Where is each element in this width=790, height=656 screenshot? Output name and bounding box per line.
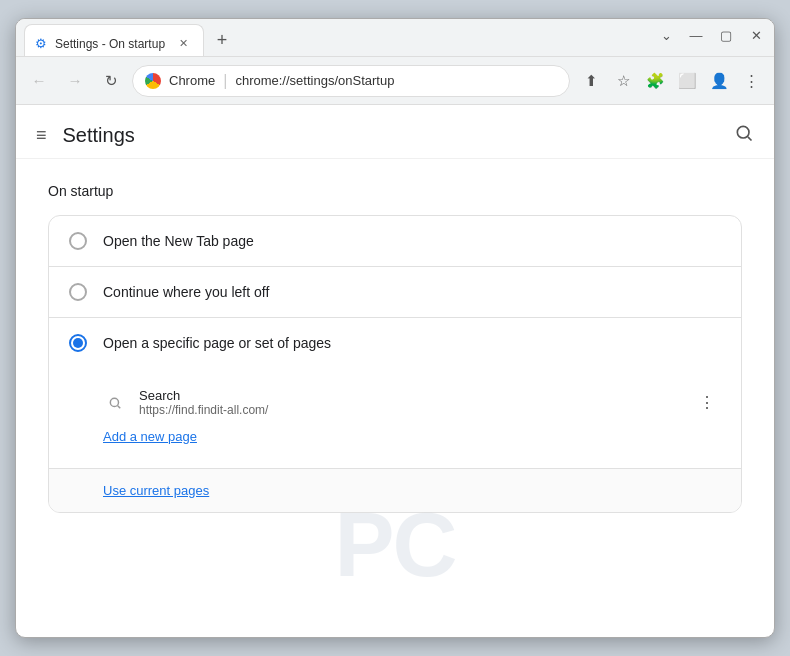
radio-new-tab[interactable] <box>69 232 87 250</box>
sidebar-icon: ⬜ <box>678 72 697 90</box>
option-specific[interactable]: Open a specific page or set of pages <box>49 318 741 368</box>
sidebar-button[interactable]: ⬜ <box>672 66 702 96</box>
page-more-button[interactable]: ⋮ <box>693 389 721 417</box>
toolbar-right: ⬆ ☆ 🧩 ⬜ 👤 ⋮ <box>576 66 766 96</box>
section-title: On startup <box>48 183 742 199</box>
back-button[interactable]: ← <box>24 66 54 96</box>
option-new-tab-label: Open the New Tab page <box>103 233 254 249</box>
active-tab[interactable]: ⚙ Settings - On startup ✕ <box>24 24 204 56</box>
tab-label: Settings - On startup <box>55 37 165 51</box>
svg-point-2 <box>110 398 118 406</box>
option-continue[interactable]: Continue where you left off <box>49 267 741 317</box>
profile-button[interactable]: 👤 <box>704 66 734 96</box>
chrome-logo <box>145 73 161 89</box>
page-title: Settings <box>63 124 135 147</box>
maximize-button[interactable]: ▢ <box>718 27 734 43</box>
collapse-button[interactable]: ⌄ <box>658 27 674 43</box>
startup-pages-section: Search https://find.findit-all.com/ ⋮ Ad… <box>49 368 741 468</box>
option-continue-label: Continue where you left off <box>103 284 269 300</box>
settings-search-button[interactable] <box>734 123 754 148</box>
settings-header: ≡ Settings <box>16 105 774 159</box>
use-current-section: Use current pages <box>49 468 741 512</box>
forward-icon: → <box>68 72 83 89</box>
tab-favicon: ⚙ <box>35 36 47 51</box>
page-info: Search https://find.findit-all.com/ <box>139 388 681 417</box>
tab-close-button[interactable]: ✕ <box>175 36 191 52</box>
page-search-icon <box>103 391 127 415</box>
reload-button[interactable]: ↻ <box>96 66 126 96</box>
radio-continue[interactable] <box>69 283 87 301</box>
content-area: ≡ Settings On startup Open the New Tab <box>16 105 774 537</box>
page-name: Search <box>139 388 681 403</box>
toolbar: ← → ↻ Chrome | chrome://settings/onStart… <box>16 57 774 105</box>
address-divider: | <box>223 72 227 90</box>
dots-icon: ⋮ <box>744 72 759 90</box>
add-new-page-link[interactable]: Add a new page <box>103 425 197 452</box>
svg-line-1 <box>748 137 752 141</box>
option-new-tab[interactable]: Open the New Tab page <box>49 216 741 266</box>
close-button[interactable]: ✕ <box>748 27 764 43</box>
use-current-pages-button[interactable]: Use current pages <box>103 469 209 512</box>
minimize-button[interactable]: — <box>688 27 704 43</box>
share-button[interactable]: ⬆ <box>576 66 606 96</box>
svg-line-3 <box>118 405 121 408</box>
menu-button[interactable]: ⋮ <box>736 66 766 96</box>
page-url: https://find.findit-all.com/ <box>139 403 681 417</box>
chrome-label: Chrome <box>169 73 215 88</box>
share-icon: ⬆ <box>585 72 598 90</box>
forward-button[interactable]: → <box>60 66 90 96</box>
puzzle-icon: 🧩 <box>646 72 665 90</box>
sidebar-toggle-button[interactable]: ≡ <box>32 121 51 150</box>
back-icon: ← <box>32 72 47 89</box>
address-bar[interactable]: Chrome | chrome://settings/onStartup <box>132 65 570 97</box>
star-icon: ☆ <box>617 72 630 90</box>
person-icon: 👤 <box>710 72 729 90</box>
new-tab-button[interactable]: + <box>208 26 236 54</box>
window-controls: ⌄ — ▢ ✕ <box>658 27 764 43</box>
reload-icon: ↻ <box>105 72 118 90</box>
options-card: Open the New Tab page Continue where you… <box>48 215 742 513</box>
browser-window: ⚙ Settings - On startup ✕ + ⌄ — ▢ ✕ ← → … <box>15 18 775 638</box>
option-specific-label: Open a specific page or set of pages <box>103 335 331 351</box>
content-wrapper: ≡ Settings On startup Open the New Tab <box>16 105 774 637</box>
radio-specific[interactable] <box>69 334 87 352</box>
svg-point-0 <box>737 126 749 138</box>
settings-content: On startup Open the New Tab page Continu… <box>16 159 774 537</box>
startup-page-item: Search https://find.findit-all.com/ ⋮ <box>103 380 721 425</box>
title-bar: ⚙ Settings - On startup ✕ + ⌄ — ▢ ✕ <box>16 19 774 57</box>
address-text: chrome://settings/onStartup <box>235 73 394 88</box>
bookmark-button[interactable]: ☆ <box>608 66 638 96</box>
extensions-button[interactable]: 🧩 <box>640 66 670 96</box>
